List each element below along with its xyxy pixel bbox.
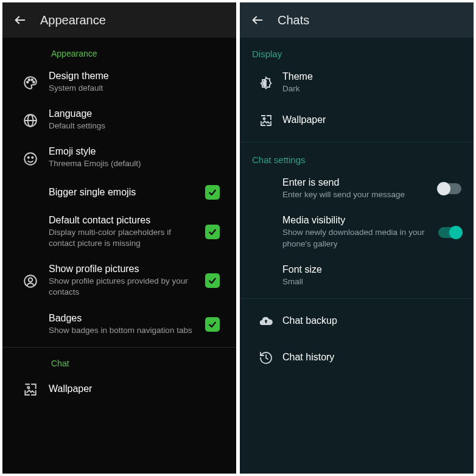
wallpaper-left-title: Wallpaper [49,383,226,394]
row-chat-backup[interactable]: Chat backup [240,303,474,339]
bigger-emojis-title: Bigger single emojis [49,187,198,198]
theme-title: Theme [282,71,464,82]
back-button[interactable] [11,11,29,29]
row-font-size[interactable]: Font size Small [240,257,474,295]
section-header-chat-settings: Chat settings [240,146,474,170]
badges-title: Badges [49,313,198,324]
divider [2,347,236,348]
back-button[interactable] [248,11,267,29]
appbar-appearance: Appearance [2,2,236,38]
emoji-style-title: Emoji style [49,146,226,157]
cloud-upload-icon [259,314,273,329]
arrow-back-icon [13,13,27,27]
palette-icon [23,75,38,91]
smiley-icon [23,151,38,167]
appbar-title: Appearance [40,13,106,27]
font-size-sub: Small [282,276,464,287]
default-contact-sub: Display multi-color placeholders if cont… [49,227,198,249]
settings-list: Appearance Design theme System default L… [2,38,236,411]
badges-checkbox[interactable] [205,317,220,332]
wallpaper-right-title: Wallpaper [282,114,464,125]
wallpaper-icon [23,382,38,397]
svg-point-10 [32,156,33,158]
row-design-theme[interactable]: Design theme System default [2,63,236,101]
person-circle-icon [23,273,38,289]
show-profile-sub: Show profile pictures provided by your c… [49,276,198,298]
row-bigger-emojis[interactable]: Bigger single emojis [2,177,236,208]
history-icon [259,351,273,365]
enter-is-send-toggle[interactable] [438,183,461,194]
appbar-title: Chats [278,13,309,27]
show-profile-title: Show profile pictures [49,264,198,275]
row-badges[interactable]: Badges Show badges in bottom navigation … [2,306,236,343]
font-size-title: Font size [282,264,464,275]
show-profile-checkbox[interactable] [205,273,220,288]
wallpaper-icon [259,113,273,128]
globe-icon [23,113,38,128]
svg-point-2 [29,79,30,81]
default-contact-checkbox[interactable] [205,225,220,239]
svg-point-15 [264,118,265,120]
default-contact-title: Default contact pictures [49,215,198,226]
svg-point-9 [28,156,29,158]
emoji-style-sub: Threema Emojis (default) [49,158,226,169]
divider [240,142,474,142]
row-chat-history[interactable]: Chat history [240,339,474,376]
row-default-contact-pictures[interactable]: Default contact pictures Display multi-c… [2,208,236,256]
row-enter-is-send[interactable]: Enter is send Enter key will send your m… [240,170,474,208]
row-emoji-style[interactable]: Emoji style Threema Emojis (default) [2,139,236,177]
row-wallpaper-left[interactable]: Wallpaper [2,373,236,405]
enter-is-send-title: Enter is send [282,177,436,188]
threema-appearance-screen: Appearance Appearance Design theme Syste… [2,2,236,474]
row-language[interactable]: Language Default settings [2,101,236,139]
chat-history-title: Chat history [282,352,464,363]
language-title: Language [49,108,226,119]
svg-point-4 [33,82,35,83]
language-sub: Default settings [49,121,226,131]
media-visibility-title: Media visibility [282,215,436,226]
media-visibility-sub: Show newly downloaded media in your phon… [282,227,436,249]
svg-point-11 [24,276,37,288]
appbar-chats: Chats [240,2,474,38]
design-theme-sub: System default [49,83,226,94]
row-wallpaper-right[interactable]: Wallpaper [240,102,474,138]
row-media-visibility[interactable]: Media visibility Show newly downloaded m… [240,208,474,256]
divider [240,298,474,299]
svg-point-13 [27,387,29,388]
bigger-emojis-checkbox[interactable] [205,185,220,200]
brightness-icon [259,76,273,91]
section-header-chat: Chat [2,350,236,373]
enter-is-send-sub: Enter key will send your message [282,189,436,200]
svg-point-12 [29,278,33,282]
section-header-appearance: Appearance [2,40,236,63]
svg-point-8 [24,153,37,165]
badges-sub: Show badges in bottom navigation tabs [49,325,198,336]
section-header-display: Display [240,40,474,64]
svg-point-1 [27,82,29,83]
media-visibility-toggle[interactable] [438,227,461,238]
svg-point-3 [31,79,33,81]
chat-backup-title: Chat backup [282,315,464,326]
theme-sub: Dark [282,83,464,94]
arrow-back-icon [251,13,264,27]
row-theme[interactable]: Theme Dark [240,64,474,102]
design-theme-title: Design theme [49,71,226,82]
row-show-profile-pictures[interactable]: Show profile pictures Show profile pictu… [2,256,236,305]
whatsapp-chats-screen: Chats Display Theme Dark Wallpaper Chat … [240,2,474,474]
settings-list: Display Theme Dark Wallpaper Chat settin… [240,38,474,382]
